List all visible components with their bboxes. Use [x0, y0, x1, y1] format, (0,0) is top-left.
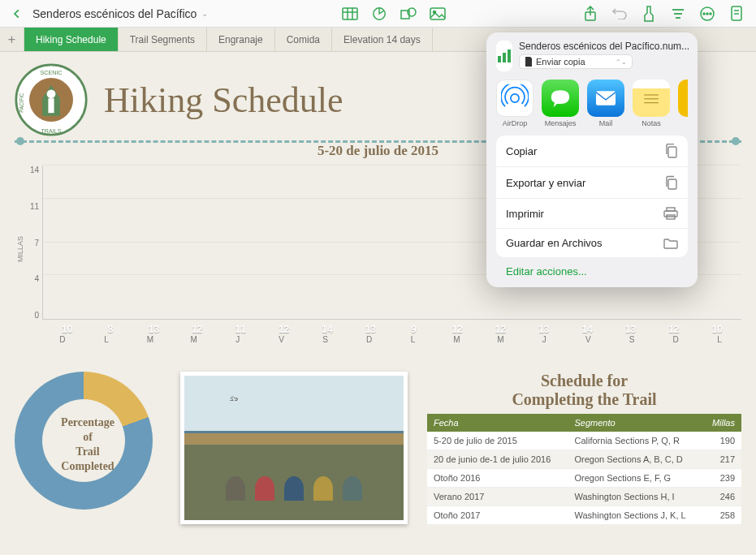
select-chevrons-icon: ⌃⌄ [616, 58, 627, 66]
svg-rect-27 [498, 56, 501, 62]
svg-point-14 [703, 13, 705, 15]
tab-trail-segments[interactable]: Trail Segments [119, 28, 207, 51]
back-button[interactable] [8, 8, 26, 19]
schedule-table-section: Schedule forCompleting the Trail FechaSe… [427, 372, 741, 525]
svg-rect-35 [668, 147, 676, 157]
undo-icon [608, 4, 631, 24]
share-app-notes[interactable]: Notas [633, 80, 670, 127]
copy-icon [665, 144, 678, 158]
share-action-folder[interactable]: Guardar en Archivos [496, 229, 688, 257]
table-row[interactable]: Otoño 2017Washington Sections J, K, L258 [427, 506, 741, 525]
export-icon [665, 175, 678, 190]
filter-sort-icon[interactable] [667, 4, 689, 24]
svg-rect-29 [508, 49, 511, 62]
dot-right [732, 137, 740, 145]
share-filename: Senderos escénicos del Pacífico.num... [519, 41, 689, 52]
share-action-print[interactable]: Imprimir [496, 199, 688, 229]
table-icon[interactable] [339, 4, 361, 24]
media-icon[interactable] [426, 4, 449, 24]
chart-icon[interactable] [368, 4, 391, 24]
svg-text:PACIFIC: PACIFIC [19, 92, 24, 113]
donut-label: PercentageofTrailCompleted [15, 372, 161, 518]
y-axis-label: MILLAS [15, 166, 24, 332]
table-row[interactable]: Otoño 2016Oregon Sections E, F, G239 [427, 469, 741, 488]
notes-panel-icon[interactable] [725, 4, 748, 24]
share-app-fr[interactable]: Fr [678, 80, 688, 127]
svg-point-30 [511, 94, 519, 102]
share-app-msg[interactable]: Mensajes [542, 80, 579, 127]
svg-text:SCENIC: SCENIC [40, 69, 62, 76]
trail-logo: SCENIC TRAILS PACIFIC [15, 63, 88, 136]
tab-comida[interactable]: Comida [275, 28, 332, 51]
svg-rect-31 [596, 91, 616, 105]
svg-text:TRAILS: TRAILS [41, 127, 61, 135]
share-icon[interactable] [579, 4, 602, 24]
table-row[interactable]: 5-20 de julio de 2015California Sections… [427, 432, 741, 450]
share-mode-select[interactable]: Enviar copia ⌃⌄ [519, 54, 633, 69]
bird-icon: 𐦐 [229, 392, 239, 403]
share-action-copy[interactable]: Copiar [496, 136, 688, 167]
donut-chart[interactable]: PercentageofTrailCompleted [15, 372, 161, 518]
svg-point-16 [710, 13, 711, 15]
tab-hiking-schedule[interactable]: Hiking Schedule [24, 28, 119, 51]
top-toolbar: Senderos escénicos del Pacífico ⌄ [0, 0, 756, 28]
schedule-title: Schedule forCompleting the Trail [427, 372, 741, 409]
add-tab-button[interactable]: + [0, 28, 24, 51]
edit-actions-link[interactable]: Editar acciones... [496, 265, 688, 278]
schedule-table[interactable]: FechaSegmentoMillas 5-20 de julio de 201… [427, 414, 741, 525]
svg-rect-0 [343, 8, 357, 19]
dot-left [16, 137, 24, 145]
svg-point-22 [47, 89, 56, 98]
page-title: Hiking Schedule [104, 80, 343, 121]
table-row[interactable]: Verano 2017Washington Sections H, I246 [427, 488, 741, 506]
share-popover: Senderos escénicos del Pacífico.num... E… [486, 32, 698, 287]
tab-engranaje[interactable]: Engranaje [207, 28, 275, 51]
shape-icon[interactable] [397, 4, 420, 24]
chevron-down-icon: ⌄ [201, 9, 208, 18]
more-icon[interactable] [696, 4, 719, 24]
share-action-export[interactable]: Exportar y enviar [496, 167, 688, 199]
document-icon [525, 57, 533, 67]
print-icon [663, 207, 678, 220]
document-title: Senderos escénicos del Pacífico [32, 7, 197, 20]
svg-point-15 [706, 13, 708, 15]
share-app-airdrop[interactable]: AirDrop [496, 80, 534, 127]
svg-rect-7 [430, 8, 445, 19]
format-brush-icon[interactable] [637, 4, 660, 24]
table-row[interactable]: 20 de junio de-1 de julio 2016Oregon Sec… [427, 450, 741, 469]
svg-rect-28 [503, 53, 506, 62]
svg-rect-23 [48, 98, 54, 113]
share-app-mail[interactable]: Mail [587, 80, 624, 127]
folder-icon [663, 238, 678, 249]
photo-thumbnail[interactable]: 𐦐 [180, 372, 408, 524]
svg-rect-36 [668, 179, 676, 189]
document-title-dropdown[interactable]: Senderos escénicos del Pacífico ⌄ [32, 7, 208, 20]
numbers-app-icon [496, 41, 512, 71]
tab-elevation-14-days[interactable]: Elevation 14 days [332, 28, 433, 51]
